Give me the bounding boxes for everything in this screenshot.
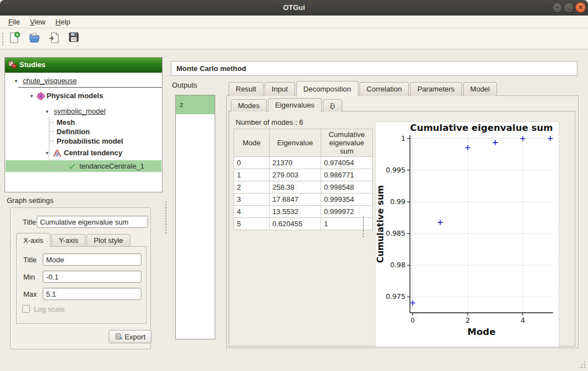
table-cell: 0.999354	[321, 194, 373, 206]
tab-input[interactable]: Input	[265, 82, 295, 96]
open-study-button[interactable]	[28, 31, 42, 45]
menu-view[interactable]: View	[25, 17, 50, 27]
tab-x-axis[interactable]: X-axis	[16, 233, 50, 247]
x-axis-settings-panel: Title Min Max Log scale	[16, 246, 146, 324]
studies-panel-title: Studies	[19, 60, 45, 69]
export-button[interactable]: Export	[109, 330, 151, 343]
svg-text:0.99: 0.99	[390, 197, 405, 206]
maximize-button[interactable]: □	[564, 2, 574, 13]
toolbar	[0, 28, 588, 49]
tree-item-label: Probabilistic model	[57, 136, 123, 146]
toolbar-drag-handle[interactable]	[2, 32, 4, 47]
col-header-mode: Mode	[234, 129, 270, 157]
central-tendency-icon	[53, 149, 62, 157]
tab-plot-style[interactable]: Plot style	[87, 234, 130, 247]
new-study-icon	[8, 31, 21, 44]
table-row: 413.55320.999972	[234, 206, 373, 218]
table-row: 50.6204551	[234, 218, 373, 230]
svg-text:2: 2	[465, 316, 470, 324]
table-cell: 0.998548	[321, 181, 373, 194]
graph-title-label: Title	[23, 218, 36, 226]
tree-item-label: Physical models	[47, 91, 103, 101]
tree-item-label: chute_visqueuse	[23, 76, 77, 86]
table-cell: 0.986771	[321, 169, 373, 181]
eigenvalues-table: Mode Eigenvalue Cumulative eigenvalue su…	[234, 129, 373, 230]
table-cell: 21370	[270, 157, 321, 169]
window-resize-grip[interactable]	[577, 360, 586, 369]
col-header-eigenvalue: Eigenvalue	[270, 129, 321, 157]
graph-settings-box: Title X-axis Y-axis Plot style Title Min…	[10, 207, 151, 349]
table-cell: 2	[234, 181, 270, 194]
svg-text:0.985: 0.985	[386, 229, 405, 237]
window-title: OTGui	[0, 0, 588, 16]
tab-decomposition[interactable]: Decomposition	[296, 81, 358, 96]
tab-xi[interactable]: ξi	[323, 99, 342, 111]
menu-file[interactable]: File	[3, 17, 25, 27]
svg-text:0: 0	[410, 316, 415, 324]
table-row: 0213700.974054	[234, 157, 373, 169]
axis-tabs: X-axis Y-axis Plot style	[16, 232, 131, 247]
x-max-input[interactable]	[43, 288, 141, 300]
import-python-icon	[48, 31, 61, 44]
table-plot-splitter-handle[interactable]	[362, 216, 365, 238]
import-python-button[interactable]	[48, 31, 62, 45]
tree-connector-stub	[49, 122, 54, 123]
studies-icon	[8, 60, 18, 69]
otgui-window: OTGui – □ ✕ File View Help	[0, 0, 588, 371]
eigenvalues-panel: Number of modes : 6 Mode Eigenvalue Cumu…	[229, 111, 575, 347]
close-button[interactable]: ✕	[575, 2, 586, 13]
tree-connector-line	[49, 116, 49, 167]
modes-count-text: Number of modes : 6	[236, 118, 303, 126]
expand-arrow-icon[interactable]: ▼	[45, 107, 49, 117]
menubar: File View Help	[0, 16, 588, 28]
x-min-label: Min	[23, 273, 35, 281]
log-scale-checkbox[interactable]	[22, 305, 30, 313]
physical-models-icon	[37, 92, 45, 100]
new-study-button[interactable]	[8, 31, 22, 45]
table-cell: 4	[234, 206, 270, 218]
x-min-input[interactable]	[43, 271, 141, 283]
export-button-label: Export	[125, 333, 146, 341]
outputs-label: Outputs	[172, 81, 197, 89]
svg-text:4: 4	[520, 316, 525, 324]
tab-correlation[interactable]: Correlation	[359, 82, 409, 96]
analysis-method-header: Monte Carlo method	[171, 61, 577, 76]
x-max-label: Max	[23, 290, 37, 298]
open-study-icon	[28, 31, 41, 44]
table-cell: 3	[234, 194, 270, 206]
tab-y-axis[interactable]: Y-axis	[52, 234, 85, 247]
save-icon	[68, 31, 80, 43]
expand-arrow-icon[interactable]: ▼	[29, 92, 34, 101]
cumulative-sum-chart: 0.9750.980.9850.990.9951024Cumulative ei…	[376, 122, 559, 347]
svg-text:0.98: 0.98	[390, 261, 405, 269]
x-title-input[interactable]	[43, 253, 141, 266]
save-button[interactable]	[68, 31, 82, 45]
tab-modes[interactable]: Modes	[231, 99, 267, 111]
export-icon	[115, 333, 123, 340]
tab-eigenvalues[interactable]: Eigenvalues	[268, 98, 322, 112]
titlebar[interactable]: OTGui – □ ✕	[0, 0, 588, 16]
table-cell: 0.620455	[270, 218, 321, 230]
tab-model[interactable]: Model	[463, 82, 497, 96]
tree-separator	[18, 87, 162, 88]
tree-item-label: Definition	[57, 127, 90, 137]
studies-panel-header: Studies	[5, 58, 162, 73]
graph-title-input[interactable]	[37, 216, 148, 228]
svg-text:0.975: 0.975	[386, 292, 405, 301]
tab-parameters[interactable]: Parameters	[410, 82, 462, 96]
tab-result[interactable]: Result	[229, 82, 263, 96]
svg-text:Mode: Mode	[468, 327, 496, 337]
vertical-splitter-handle[interactable]	[165, 201, 168, 234]
output-item-z[interactable]: z	[176, 95, 215, 114]
expand-arrow-icon[interactable]: ▼	[14, 77, 18, 87]
table-cell: 17.6847	[270, 194, 321, 206]
expand-arrow-icon[interactable]: ▼	[45, 149, 49, 159]
table-cell: 5	[234, 218, 270, 230]
minimize-button[interactable]: –	[552, 2, 562, 13]
menu-help[interactable]: Help	[50, 17, 75, 27]
table-cell: 258.38	[270, 181, 321, 194]
table-row: 2258.380.998548	[234, 181, 373, 194]
tree-item-label: tendanceCentrale_1	[79, 161, 144, 171]
tree-connector-stub	[49, 166, 65, 167]
table-cell: 0	[234, 157, 270, 169]
